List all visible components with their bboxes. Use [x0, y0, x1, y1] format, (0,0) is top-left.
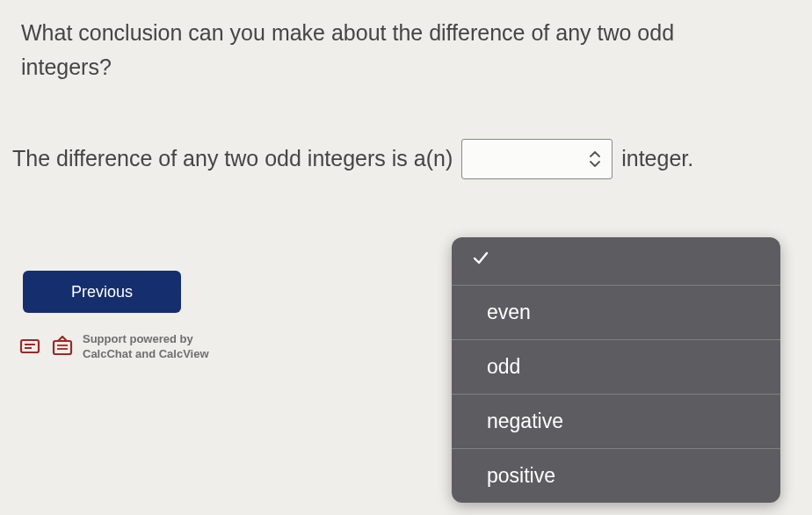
dropdown-item-selected[interactable]: [452, 237, 780, 285]
support-text: Support powered by CalcChat and CalcView: [83, 332, 209, 362]
chevron-updown-icon: [589, 151, 601, 167]
question-text: What conclusion can you make about the d…: [0, 0, 812, 84]
dropdown-item-positive[interactable]: positive: [452, 448, 780, 503]
answer-row: The difference of any two odd integers i…: [0, 84, 812, 179]
calcchat-icon: [19, 336, 44, 359]
previous-button-label: Previous: [71, 283, 133, 301]
support-line: Support powered by: [83, 332, 209, 347]
support-line: CalcChat and CalcView: [83, 347, 209, 362]
question-line: integers?: [21, 50, 812, 84]
dropdown-item-label: negative: [487, 410, 563, 433]
support-row: Support powered by CalcChat and CalcView: [19, 332, 209, 362]
svg-rect-3: [54, 341, 71, 354]
answer-dropdown[interactable]: even odd negative positive: [452, 237, 780, 503]
check-icon: [471, 249, 490, 273]
answer-suffix: integer.: [621, 146, 693, 171]
calcview-icon: [51, 336, 76, 359]
dropdown-item-even[interactable]: even: [452, 285, 780, 339]
dropdown-item-odd[interactable]: odd: [452, 339, 780, 394]
answer-prefix: The difference of any two odd integers i…: [12, 146, 453, 171]
answer-select[interactable]: [461, 139, 613, 179]
dropdown-item-label: even: [487, 301, 531, 324]
dropdown-item-label: positive: [487, 464, 555, 488]
dropdown-item-label: odd: [487, 355, 520, 379]
svg-rect-0: [21, 340, 39, 352]
question-line: What conclusion can you make about the d…: [21, 16, 812, 50]
dropdown-item-negative[interactable]: negative: [452, 394, 780, 448]
previous-button[interactable]: Previous: [23, 271, 181, 313]
